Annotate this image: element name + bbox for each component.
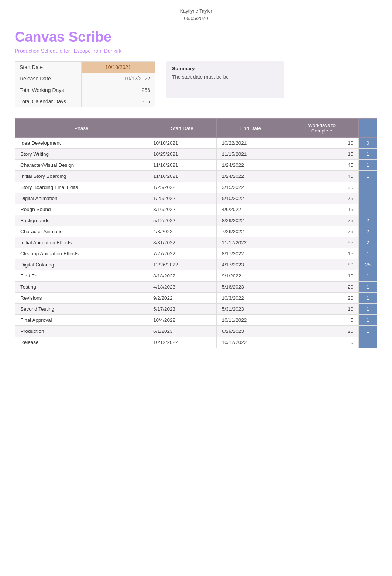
cell-phase: Production	[15, 326, 148, 337]
cell-workdays: 15	[285, 204, 359, 215]
info-label: Start Date	[15, 62, 82, 73]
cell-phase: Character/Visual Design	[15, 160, 148, 171]
cell-last: 1	[359, 204, 377, 215]
table-row: First Edit8/18/20229/1/2022101	[15, 270, 377, 282]
info-value: 10/10/2021	[82, 62, 155, 73]
app-title: Canvas Scribe	[15, 29, 377, 45]
cell-workdays: 10	[285, 270, 359, 282]
table-row: Release10/12/202210/12/202201	[15, 337, 377, 348]
cell-workdays: 5	[285, 315, 359, 326]
cell-start-date: 5/17/2023	[148, 304, 216, 315]
cell-phase: Character Animation	[15, 226, 148, 237]
cell-phase: Cleanup Animation Effects	[15, 248, 148, 259]
col-workdays: Workdays toComplete	[285, 119, 359, 138]
cell-workdays: 0	[285, 337, 359, 348]
cell-start-date: 6/1/2023	[148, 326, 216, 337]
cell-last: 2	[359, 215, 377, 226]
cell-start-date: 10/25/2021	[148, 149, 216, 160]
table-row: Idea Development10/10/202110/22/2021100	[15, 138, 377, 149]
cell-phase: Rough Sound	[15, 204, 148, 215]
cell-workdays: 45	[285, 171, 359, 182]
cell-last: 1	[359, 337, 377, 348]
table-row: Digital Coloring12/26/20224/17/20238025	[15, 259, 377, 270]
cell-phase: Testing	[15, 282, 148, 293]
table-row: Backgrounds5/12/20228/29/2022752	[15, 215, 377, 226]
cell-end-date: 1/24/2022	[216, 160, 285, 171]
cell-workdays: 35	[285, 182, 359, 193]
table-row: Initial Story Boarding11/16/20211/24/202…	[15, 171, 377, 182]
cell-start-date: 8/18/2022	[148, 270, 216, 282]
table-row: Character Animation4/8/20227/26/2022752	[15, 226, 377, 237]
cell-workdays: 75	[285, 193, 359, 204]
table-row: Revisions9/2/202210/3/2022201	[15, 293, 377, 304]
cell-last: 1	[359, 149, 377, 160]
cell-phase: Idea Development	[15, 138, 148, 149]
col-start-date: Start Date	[148, 119, 216, 138]
top-section: Start Date10/10/2021Release Date10/12/20…	[15, 61, 377, 107]
cell-last: 1	[359, 248, 377, 259]
cell-last: 1	[359, 182, 377, 193]
cell-last: 1	[359, 304, 377, 315]
cell-start-date: 11/16/2021	[148, 160, 216, 171]
cell-start-date: 11/16/2021	[148, 171, 216, 182]
table-row: Digital Animation1/25/20225/10/2022751	[15, 193, 377, 204]
schedule-table: Phase Start Date End Date Workdays toCom…	[15, 118, 377, 348]
col-phase: Phase	[15, 119, 148, 138]
cell-end-date: 10/12/2022	[216, 337, 285, 348]
cell-start-date: 1/25/2022	[148, 182, 216, 193]
cell-workdays: 10	[285, 304, 359, 315]
table-row: Character/Visual Design11/16/20211/24/20…	[15, 160, 377, 171]
info-row: Total Working Days256	[15, 84, 155, 96]
info-value: 256	[82, 84, 155, 96]
cell-workdays: 20	[285, 282, 359, 293]
cell-end-date: 3/15/2022	[216, 182, 285, 193]
info-label: Release Date	[15, 73, 82, 84]
cell-phase: Second Testing	[15, 304, 148, 315]
table-row: Story Boarding Final Edits1/25/20223/15/…	[15, 182, 377, 193]
cell-end-date: 11/15/2021	[216, 149, 285, 160]
cell-end-date: 7/26/2022	[216, 226, 285, 237]
cell-start-date: 4/18/2023	[148, 282, 216, 293]
table-header-row: Phase Start Date End Date Workdays toCom…	[15, 119, 377, 138]
cell-last: 1	[359, 193, 377, 204]
cell-start-date: 10/4/2022	[148, 315, 216, 326]
col-last	[359, 119, 377, 138]
user-name: Kaytlyne Taylor	[15, 7, 377, 15]
cell-start-date: 9/2/2022	[148, 293, 216, 304]
cell-start-date: 10/12/2022	[148, 337, 216, 348]
cell-workdays: 10	[285, 138, 359, 149]
info-table: Start Date10/10/2021Release Date10/12/20…	[15, 61, 155, 107]
cell-start-date: 10/10/2021	[148, 138, 216, 149]
info-row: Total Calendar Days366	[15, 96, 155, 107]
cell-phase: Story Writing	[15, 149, 148, 160]
cell-phase: Revisions	[15, 293, 148, 304]
cell-workdays: 45	[285, 160, 359, 171]
cell-last: 1	[359, 315, 377, 326]
cell-start-date: 8/31/2022	[148, 237, 216, 248]
table-row: Final Approval10/4/202210/11/202251	[15, 315, 377, 326]
cell-phase: Final Approval	[15, 315, 148, 326]
cell-last: 2	[359, 237, 377, 248]
cell-phase: Digital Animation	[15, 193, 148, 204]
table-row: Testing4/18/20235/16/2023201	[15, 282, 377, 293]
cell-end-date: 8/29/2022	[216, 215, 285, 226]
cell-phase: Initial Story Boarding	[15, 171, 148, 182]
cell-phase: Story Boarding Final Edits	[15, 182, 148, 193]
table-row: Second Testing5/17/20235/31/2023101	[15, 304, 377, 315]
info-row: Release Date10/12/2022	[15, 73, 155, 84]
cell-workdays: 80	[285, 259, 359, 270]
cell-workdays: 20	[285, 293, 359, 304]
table-row: Cleanup Animation Effects7/27/20228/17/2…	[15, 248, 377, 259]
cell-end-date: 5/16/2023	[216, 282, 285, 293]
cell-last: 0	[359, 138, 377, 149]
summary-box: Summary The start date must be be	[166, 61, 284, 98]
summary-title: Summary	[172, 66, 278, 71]
cell-last: 1	[359, 326, 377, 337]
table-row: Initial Animation Effects8/31/202211/17/…	[15, 237, 377, 248]
project-link[interactable]: Escape from Dunkirk	[73, 48, 121, 54]
cell-end-date: 10/22/2021	[216, 138, 285, 149]
cell-last: 1	[359, 270, 377, 282]
cell-end-date: 8/17/2022	[216, 248, 285, 259]
cell-end-date: 10/11/2022	[216, 315, 285, 326]
cell-start-date: 5/12/2022	[148, 215, 216, 226]
